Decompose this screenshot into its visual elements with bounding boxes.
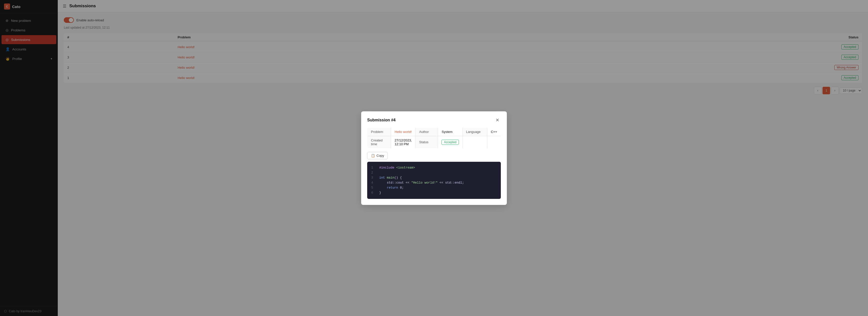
language-value: C++ xyxy=(487,128,501,136)
modal-header: Submission #4 ✕ xyxy=(367,117,501,123)
author-label: Author xyxy=(416,128,438,136)
code-line-4: 4 std::cout << "Hello world!" << std::en… xyxy=(371,180,497,185)
status-value: Accepted xyxy=(438,136,462,148)
table-row: Problem Hello world! Author System Langu… xyxy=(367,128,501,136)
language-label: Language xyxy=(462,128,487,136)
code-line-1: 1 #include <iostream> xyxy=(371,165,497,170)
author-value: System xyxy=(438,128,462,136)
modal-close-button[interactable]: ✕ xyxy=(494,117,501,123)
modal-title: Submission #4 xyxy=(367,118,396,122)
code-line-2: 2 xyxy=(371,170,497,175)
submission-info-table: Problem Hello world! Author System Langu… xyxy=(367,128,501,148)
created-label: Created time xyxy=(367,136,391,148)
status-label: Status xyxy=(416,136,438,148)
submission-modal: Submission #4 ✕ Problem Hello world! Aut… xyxy=(361,111,507,205)
table-row: Created time 27/12/2023, 12:10 PM Status… xyxy=(367,136,501,148)
code-line-5: 5 return 0; xyxy=(371,185,497,190)
modal-overlay[interactable]: Submission #4 ✕ Problem Hello world! Aut… xyxy=(0,0,868,316)
copy-label: Copy xyxy=(376,154,384,157)
status-badge: Accepted xyxy=(441,140,459,145)
created-value: 27/12/2023, 12:10 PM xyxy=(391,136,416,148)
problem-label: Problem xyxy=(367,128,391,136)
code-line-6: 6 } xyxy=(371,190,497,196)
copy-button[interactable]: 📋 Copy xyxy=(367,152,388,159)
code-block: 1 #include <iostream> 2 3 int main() { 4… xyxy=(367,162,501,199)
copy-icon: 📋 xyxy=(371,154,375,157)
problem-value[interactable]: Hello world! xyxy=(391,128,416,136)
code-line-3: 3 int main() { xyxy=(371,175,497,180)
